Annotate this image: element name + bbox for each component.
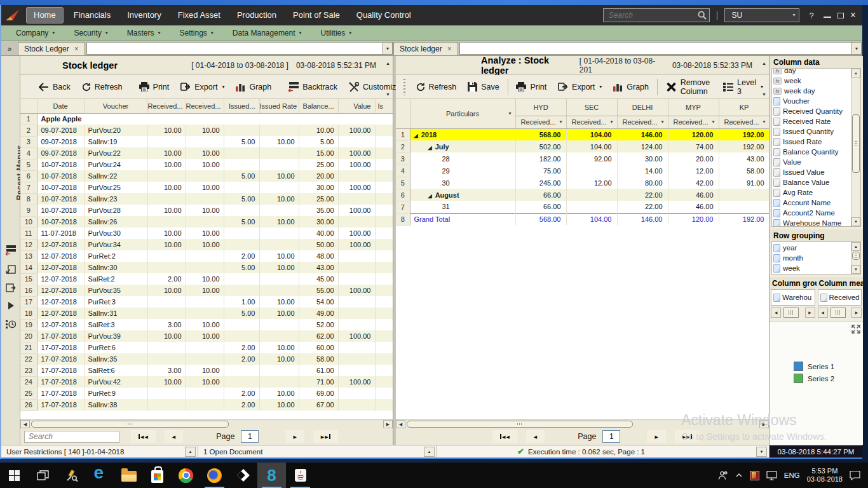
table-row[interactable]: 1Apple Apple: [20, 113, 393, 125]
column-data-warehouse-name[interactable]: Warehouse Name: [773, 218, 859, 227]
scroll-down-button[interactable]: ▼: [851, 265, 860, 274]
column-data-week-day[interactable]: fxweek day: [773, 86, 859, 96]
taskbar-edge-button[interactable]: [86, 463, 114, 488]
menu-quality-control[interactable]: Quality Control: [348, 5, 419, 25]
pivot-row[interactable]: 6◢August66.0022.0046.00: [396, 189, 769, 201]
column-header-balance-6[interactable]: Balance...: [299, 99, 338, 113]
particulars-header[interactable]: Particulars▾: [410, 99, 515, 128]
column-grouping-item[interactable]: Warehou: [771, 289, 815, 306]
backtrack-icon[interactable]: [5, 245, 16, 255]
menu-point-of-sale[interactable]: Point of Sale: [285, 5, 348, 25]
filter-dropdown-icon[interactable]: ▾: [559, 119, 562, 125]
measure-header-myp[interactable]: Received...▾: [668, 116, 719, 128]
scrollbar-thumb[interactable]: [31, 421, 229, 428]
back-button[interactable]: Back: [33, 78, 76, 96]
scroll-up-button[interactable]: ▲: [762, 61, 766, 65]
chevron-up-icon[interactable]: [735, 472, 743, 478]
table-row[interactable]: 1212-07-2018PurVou:3410.0010.0050.00100.…: [20, 239, 393, 250]
pivot-row[interactable]: 2◢July502.00104.00124.0074.00192.00: [396, 140, 769, 152]
scroll-down-button[interactable]: ▼: [851, 217, 860, 226]
table-row[interactable]: 610-07-2018SalInv:225.0010.0020.00: [20, 170, 393, 182]
page-number-input[interactable]: [602, 430, 620, 443]
recent-icon[interactable]: [6, 319, 16, 329]
tab-combobox-right[interactable]: ▼: [459, 42, 862, 55]
table-row[interactable]: 810-07-2018SalInv:235.0010.0025.00: [20, 193, 393, 205]
last-page-button[interactable]: ▶▶: [313, 430, 338, 443]
taskbar-diamond-button[interactable]: [229, 463, 257, 488]
tab-combobox-left[interactable]: ▼: [86, 42, 393, 55]
table-row[interactable]: 1010-07-2018SalInv:265.0010.0030.00: [20, 216, 393, 227]
column-data-issued-rate[interactable]: Issued Rate: [773, 137, 859, 147]
pivot-row[interactable]: 530245.0012.0080.0042.0091.00: [396, 177, 769, 189]
scroll-right-button[interactable]: ▶: [805, 308, 815, 318]
refresh-button[interactable]: Refresh: [410, 78, 463, 96]
scroll-up-button[interactable]: ▲: [386, 61, 390, 65]
column-data-voucher[interactable]: Voucher: [773, 96, 859, 106]
submenu-data-management[interactable]: Data Management▾: [223, 25, 311, 41]
first-page-button[interactable]: ◀◀: [492, 430, 517, 443]
taskbar-explorer-button[interactable]: [114, 463, 143, 488]
chevron-down-icon[interactable]: ▼: [851, 43, 861, 54]
taskbar-tools-button[interactable]: [57, 463, 86, 488]
table-row[interactable]: 1612-07-2018PurVou:3510.0010.0055.00100.…: [20, 285, 393, 296]
filter-dropdown-icon[interactable]: ▾: [712, 119, 714, 125]
pivot-row[interactable]: 42975.0014.0012.0058.00: [396, 165, 769, 177]
table-row[interactable]: 2217-07-2018SalInv:352.0010.0058.00: [20, 353, 393, 365]
filter-dropdown-icon[interactable]: ▾: [610, 119, 613, 125]
scroll-left-button[interactable]: ◀: [818, 308, 828, 318]
table-row[interactable]: 2617-07-2018SalInv:382.0010.0067.00: [20, 399, 393, 410]
remove-column-button[interactable]: Remove Column: [660, 78, 717, 96]
table-row[interactable]: 2517-07-2018PurRet:92.0010.0069.00: [20, 388, 393, 399]
recent-menus-strip[interactable]: Recent Menus: [1, 56, 20, 445]
prev-page-button[interactable]: ◀: [526, 430, 545, 443]
scroll-left-button[interactable]: ◀: [771, 308, 781, 318]
table-row[interactable]: 2117-07-2018PurRet:62.0010.0060.00: [20, 342, 393, 353]
column-data-balance-value[interactable]: Balance Value: [773, 177, 859, 187]
row-grouping-year[interactable]: year: [773, 243, 859, 253]
table-row[interactable]: 2017-07-2018PurVou:3910.0010.0062.00100.…: [20, 330, 393, 342]
scrollbar-track[interactable]: [405, 420, 759, 428]
graph-button[interactable]: Graph: [230, 78, 277, 96]
filter-dropdown-icon[interactable]: ▾: [661, 119, 663, 125]
column-header-issued-rate-5[interactable]: Issued Rate: [259, 99, 299, 113]
table-row[interactable]: 1912-07-2018SalRet:33.0010.0052.00: [20, 319, 393, 330]
warehouse-header-kp[interactable]: KP: [719, 99, 769, 116]
column-data-avg-rate[interactable]: Avg Rate: [773, 187, 859, 198]
warehouse-header-sec[interactable]: SEC: [566, 99, 617, 116]
column-data-account2-name[interactable]: Account2 Name: [773, 208, 859, 218]
filter-dropdown-icon[interactable]: ▾: [508, 111, 511, 116]
print-button[interactable]: Print: [133, 78, 175, 96]
play-icon[interactable]: [8, 302, 14, 309]
action-center-icon[interactable]: [850, 470, 860, 480]
help-button[interactable]: ?: [806, 11, 817, 20]
pivot-row[interactable]: 73166.0022.0046.00: [396, 201, 769, 213]
scroll-up-button[interactable]: ▲: [851, 69, 860, 78]
pivot-row[interactable]: 1◢2018568.00104.00146.00120.00192.00: [396, 128, 769, 140]
graph-button[interactable]: Graph: [607, 78, 654, 96]
warehouse-header-myp[interactable]: MYP: [668, 99, 719, 116]
grid-search-input[interactable]: [24, 431, 119, 443]
table-row[interactable]: 1111-07-2018PurVou:3010.0010.0040.00100.…: [20, 227, 393, 239]
scroll-down-button[interactable]: ▼: [762, 92, 766, 97]
close-button[interactable]: ×: [850, 10, 856, 20]
taskbar-java-button[interactable]: [286, 463, 315, 488]
scrollbar-thumb[interactable]: [783, 308, 799, 318]
measure-header-kp[interactable]: Received...▾: [719, 116, 769, 128]
user-dropdown[interactable]: SU ▾: [724, 8, 799, 22]
table-row[interactable]: 1412-07-2018SalInv:305.0010.0043.00: [20, 262, 393, 273]
clock[interactable]: 5:53 PM 03-08-2018: [807, 467, 843, 484]
column-data-day[interactable]: fxday: [773, 68, 859, 76]
taskbar-start-button[interactable]: [0, 463, 29, 488]
taskbar-store-button[interactable]: [143, 463, 172, 488]
table-row[interactable]: 209-07-2018PurVou:2010.0010.0010.00100.0…: [20, 125, 393, 136]
scrollbar-thumb[interactable]: [407, 421, 633, 428]
submenu-settings[interactable]: Settings▾: [170, 25, 222, 41]
row-grouping-month[interactable]: month: [773, 253, 859, 263]
expand-status-button[interactable]: ▲: [185, 447, 196, 457]
global-search[interactable]: [603, 8, 710, 22]
column-header-value-7[interactable]: Value: [338, 99, 375, 113]
tab-stock-ledger-right[interactable]: Stock ledger ×: [393, 42, 458, 55]
table-row[interactable]: 409-07-2018PurVou:2210.0010.0015.00100.0…: [20, 147, 393, 159]
scrollbar-thumb[interactable]: [852, 114, 860, 173]
taskbar-task-view-button[interactable]: [29, 463, 57, 488]
